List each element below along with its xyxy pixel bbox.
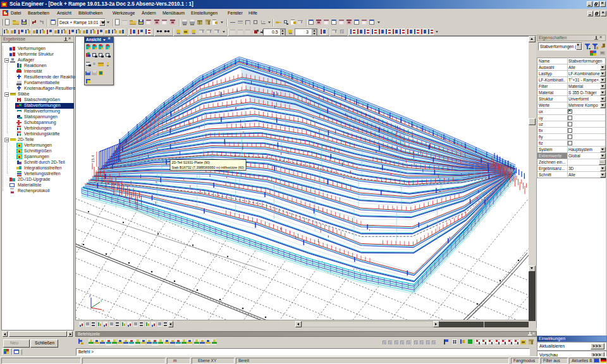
svg-text:Stab B16732 (7,3988369950 m)-H: Stab B16732 (7,3988369950 m)-Hilfsstütze… [172, 166, 245, 169]
svg-text:y: y [101, 298, 102, 302]
svg-text:x: x [102, 308, 104, 312]
svg-text:2D-Teil S1931-Platte (90): 2D-Teil S1931-Platte (90) [172, 161, 211, 164]
svg-text:15.4: 15.4 [91, 155, 95, 162]
